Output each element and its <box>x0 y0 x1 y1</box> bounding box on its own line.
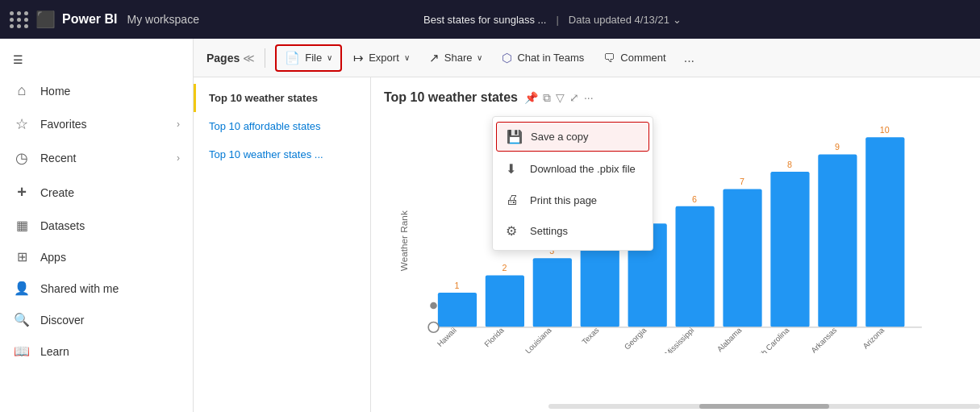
data-updated-label: Data updated 4/13/21 ⌄ <box>569 14 682 26</box>
page-item-weather[interactable]: Top 10 weather states <box>194 84 370 112</box>
sidebar-item-label: Shared with me <box>40 282 119 295</box>
comment-button[interactable]: 🗨 Comment <box>595 46 673 69</box>
sidebar-item-label: Home <box>40 85 70 98</box>
sidebar-item-learn[interactable]: 📖 Learn <box>0 335 193 367</box>
chevron-down-icon[interactable]: ⌄ <box>673 14 682 26</box>
sidebar-item-datasets[interactable]: ▦ Datasets <box>0 210 193 241</box>
sidebar-item-apps[interactable]: ⊞ Apps <box>0 241 193 273</box>
chart-more-icon[interactable]: ··· <box>584 91 594 105</box>
teams-icon: ⬡ <box>502 51 512 65</box>
chevron-down-icon: ∨ <box>477 53 482 62</box>
pages-label: Pages <box>206 52 240 65</box>
download-icon: ⬇ <box>506 161 522 177</box>
copy-icon[interactable]: ⧉ <box>543 91 551 105</box>
discover-icon: 🔍 <box>13 312 31 327</box>
share-icon: ↗ <box>429 51 440 65</box>
dropdown-item-save-copy[interactable]: 💾 Save a copy <box>496 122 649 152</box>
toolbar-separator <box>265 48 265 68</box>
comment-icon: 🗨 <box>603 51 615 65</box>
chart-header: Top 10 weather states 📌 ⧉ ▽ ⤢ ··· <box>384 90 967 105</box>
chevron-down-icon: ∨ <box>404 53 410 62</box>
shared-icon: 👤 <box>13 281 31 296</box>
dropdown-item-settings[interactable]: ⚙ Settings <box>493 215 653 247</box>
file-icon: 📄 <box>285 51 300 65</box>
print-icon: 🖨 <box>506 193 522 207</box>
file-button[interactable]: 📄 File ∨ <box>275 44 342 72</box>
sidebar-item-label: Learn <box>40 345 69 358</box>
collapse-pages-button[interactable]: ≪ <box>243 52 255 65</box>
sidebar-toggle[interactable]: ☰ <box>0 45 193 74</box>
sidebar-item-favorites[interactable]: ☆ Favorites › <box>0 107 193 141</box>
chart-action-icons: 📌 ⧉ ▽ ⤢ ··· <box>524 91 594 105</box>
sidebar: ☰ ⌂ Home ☆ Favorites › ◷ Recent › + Crea… <box>0 39 194 412</box>
dropdown-item-print[interactable]: 🖨 Print this page <box>493 185 653 215</box>
save-copy-icon: 💾 <box>507 129 523 144</box>
chevron-right-icon: › <box>177 152 180 164</box>
powerbi-icon: ⬛ <box>35 10 56 29</box>
pages-content: Top 10 weather states Top 10 affordable … <box>194 77 980 412</box>
chart-title: Top 10 weather states <box>384 90 518 105</box>
export-icon: ↦ <box>353 51 364 65</box>
report-title: Best states for sunglass ... <box>423 14 546 26</box>
chevron-down-icon: ∨ <box>327 53 332 62</box>
datasets-icon: ▦ <box>13 218 31 233</box>
dropdown-item-download-pbix[interactable]: ⬇ Download the .pbix file <box>493 153 653 185</box>
sidebar-item-label: Apps <box>40 251 66 264</box>
content-area: Pages ≪ 📄 File ∨ ↦ Export ∨ ↗ Share ∨ ⬡ <box>194 39 980 412</box>
sidebar-item-label: Favorites <box>40 118 87 131</box>
sidebar-item-label: Discover <box>40 314 84 327</box>
toolbar: Pages ≪ 📄 File ∨ ↦ Export ∨ ↗ Share ∨ ⬡ <box>194 39 980 77</box>
sidebar-item-label: Create <box>40 186 74 199</box>
apps-icon: ⊞ <box>13 249 31 264</box>
dropdown-overlay[interactable]: 💾 Save a copy ⬇ Download the .pbix file … <box>194 116 980 412</box>
star-icon: ☆ <box>13 115 31 133</box>
sidebar-item-label: Datasets <box>40 219 85 232</box>
file-dropdown-menu: 💾 Save a copy ⬇ Download the .pbix file … <box>492 116 653 251</box>
filter-icon[interactable]: ▽ <box>556 91 565 105</box>
hamburger-icon: ☰ <box>13 53 23 66</box>
sidebar-item-discover[interactable]: 🔍 Discover <box>0 304 193 335</box>
learn-icon: 📖 <box>13 343 31 359</box>
sidebar-item-home[interactable]: ⌂ Home <box>0 74 193 107</box>
home-icon: ⌂ <box>13 82 31 99</box>
more-options-button[interactable]: ... <box>678 46 701 70</box>
sidebar-item-label: Recent <box>40 152 76 164</box>
app-name: Power BI <box>62 12 117 27</box>
sidebar-item-shared-with-me[interactable]: 👤 Shared with me <box>0 273 193 304</box>
pin-icon[interactable]: 📌 <box>524 91 538 105</box>
create-icon: + <box>13 183 31 202</box>
settings-icon: ⚙ <box>506 223 522 239</box>
chevron-right-icon: › <box>177 119 180 130</box>
share-button[interactable]: ↗ Share ∨ <box>421 46 491 70</box>
export-button[interactable]: ↦ Export ∨ <box>345 46 418 70</box>
main-layout: ☰ ⌂ Home ☆ Favorites › ◷ Recent › + Crea… <box>0 39 980 412</box>
sidebar-item-recent[interactable]: ◷ Recent › <box>0 141 193 175</box>
grid-icon[interactable] <box>10 11 29 28</box>
topbar-center: Best states for sunglass ... | Data upda… <box>209 14 896 26</box>
recent-icon: ◷ <box>13 149 31 167</box>
expand-icon[interactable]: ⤢ <box>569 91 579 105</box>
topbar: ⬛ Power BI My workspace Best states for … <box>0 0 980 39</box>
chat-in-teams-button[interactable]: ⬡ Chat in Teams <box>494 46 592 70</box>
separator: | <box>556 14 558 26</box>
workspace-label[interactable]: My workspace <box>127 13 198 26</box>
sidebar-item-create[interactable]: + Create <box>0 175 193 210</box>
app-logo: ⬛ Power BI <box>10 10 117 29</box>
